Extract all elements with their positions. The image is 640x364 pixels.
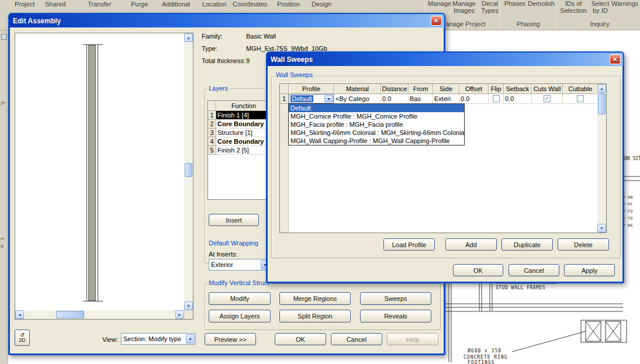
scroll-down-glyph: ▼ <box>186 304 191 308</box>
ribbon-button-warnings[interactable]: Warnings <box>610 0 639 7</box>
distance-cell[interactable]: 0.0 <box>381 94 409 104</box>
ribbon-button-purge[interactable]: Purge <box>131 1 148 8</box>
check-icon: ✓ <box>545 96 549 102</box>
ok-button[interactable]: OK <box>275 333 326 345</box>
col-header-setback[interactable]: Setback <box>504 84 532 94</box>
dropdown-option-skirting[interactable]: MGH_Skirting-66mm Colonial : MGH_Skirtin… <box>289 129 464 137</box>
ribbon-button-position[interactable]: Position <box>277 1 300 8</box>
ribbon-button-select-by-id[interactable]: Select by ID <box>589 0 611 14</box>
dropdown-option-wall-capping[interactable]: MGH_Wall Capping-Profile : MGH_Wall Capp… <box>289 137 464 145</box>
layers-row-function[interactable]: Finish 1 [4] <box>216 111 272 120</box>
close-icon[interactable]: ✕ <box>610 54 621 64</box>
preview-vscrollbar[interactable]: ▲ ▼ <box>184 33 193 310</box>
ribbon-button-phases[interactable]: Phases <box>503 0 527 7</box>
dropdown-option-cornice[interactable]: MGH_Cornice Profile : MGH_Cornice Profil… <box>289 112 464 120</box>
edit-assembly-title-bar[interactable]: Edit Assembly ✕ <box>9 14 444 27</box>
close-icon[interactable]: ✕ <box>431 16 442 26</box>
reveals-button-label: Reveals <box>384 313 407 320</box>
layers-row-function[interactable]: Structure [1] <box>216 129 272 137</box>
scroll-up-icon[interactable]: ▲ <box>184 33 193 42</box>
setback-cell[interactable]: 0.0 <box>504 94 532 104</box>
col-header-flip[interactable]: Flip <box>489 84 504 94</box>
ribbon-button-design[interactable]: Design <box>312 1 331 8</box>
profile-combobox[interactable]: Default ▼ <box>289 94 334 103</box>
help-button[interactable]: Help <box>387 333 438 345</box>
scroll-up-icon[interactable]: ▲ <box>597 84 606 93</box>
vscroll-thumb[interactable] <box>598 93 606 115</box>
ws-apply-button[interactable]: Apply <box>564 264 615 276</box>
preview-toggle-label: Preview >> <box>214 336 246 343</box>
layers-row-function[interactable]: Core Boundary <box>216 120 272 129</box>
sweeps-button[interactable]: Sweeps <box>360 292 431 305</box>
ribbon-button-additional[interactable]: Additional <box>162 1 190 8</box>
cuts-wall-cell[interactable]: ✓ <box>532 94 563 104</box>
ribbon-button-demolish[interactable]: Demolish <box>526 0 556 7</box>
scroll-left-icon[interactable]: ◄ <box>15 310 24 319</box>
ribbon-button-shared[interactable]: Shared <box>45 1 65 8</box>
ribbon-button-location[interactable]: Location <box>202 1 227 8</box>
ws-ok-button[interactable]: OK <box>453 264 503 276</box>
col-header-from[interactable]: From <box>409 84 433 94</box>
chevron-down-icon[interactable]: ▼ <box>324 95 333 102</box>
merge-regions-button[interactable]: Merge Regions <box>279 292 351 305</box>
side-cell[interactable]: Exteri <box>433 94 459 104</box>
vscroll-thumb[interactable] <box>185 163 192 177</box>
col-header-side[interactable]: Side <box>433 84 459 94</box>
col-header-distance[interactable]: Distance <box>381 84 409 94</box>
offset-cell[interactable]: 0.0 <box>459 94 489 104</box>
col-header-offset[interactable]: Offset <box>459 84 489 94</box>
at-inserts-select[interactable]: Exterior ▼ <box>209 259 271 271</box>
split-region-button[interactable]: Split Region <box>279 310 351 323</box>
cuts-wall-checkbox[interactable]: ✓ <box>544 95 551 102</box>
add-button[interactable]: Add <box>445 238 497 251</box>
layers-row-num: 3 <box>208 129 216 137</box>
hscroll-thumb[interactable] <box>56 311 84 318</box>
ribbon-button-project[interactable]: Project <box>15 1 34 8</box>
cuttable-cell[interactable] <box>563 94 599 104</box>
flip-cell[interactable] <box>489 94 504 104</box>
dropdown-option-default[interactable]: Default <box>289 104 464 112</box>
ribbon-button-decal-types[interactable]: Decal Types <box>478 0 501 14</box>
preview-2d-button[interactable]: ↺ 2D <box>15 330 30 346</box>
ribbon-button-transfer[interactable]: Transfer <box>88 1 112 8</box>
scroll-down-icon[interactable]: ▼ <box>597 224 606 233</box>
wall-preview-pane[interactable]: ▲ ▼ ◄ ► <box>15 33 193 320</box>
dropdown-option-facia[interactable]: MGH_Facia profile : MGH_Facia profile <box>289 120 464 129</box>
layers-row-function[interactable]: Finish 2 [5] <box>216 146 272 155</box>
scroll-down-icon[interactable]: ▼ <box>184 301 193 310</box>
cancel-button[interactable]: Cancel <box>331 333 382 345</box>
chevron-down-icon[interactable]: ▼ <box>186 334 195 344</box>
col-header-cuts-wall[interactable]: Cuts Wall <box>532 84 563 94</box>
modify-button[interactable]: Modify <box>209 292 271 305</box>
flip-checkbox[interactable] <box>493 95 500 102</box>
col-header-cuttable[interactable]: Cuttable <box>563 84 599 94</box>
sweeps-table-vscrollbar[interactable]: ▲ ▼ <box>597 84 606 233</box>
from-cell[interactable]: Bas <box>409 94 433 104</box>
ribbon-button-ids-of-selection[interactable]: IDs of Selection <box>559 0 588 14</box>
preview-toggle-button[interactable]: Preview >> <box>205 333 256 345</box>
col-header-profile[interactable]: Profile <box>289 84 334 94</box>
col-header-material[interactable]: Material <box>334 84 381 94</box>
view-select[interactable]: Section: Modify type ▼ <box>121 333 196 345</box>
cuttable-checkbox[interactable] <box>577 95 584 102</box>
insert-button[interactable]: Insert <box>209 214 259 226</box>
profile-cell[interactable]: Default ▼ <box>289 94 334 104</box>
clipped-text: B <box>1 244 4 249</box>
load-profile-button[interactable]: Load Profile <box>383 238 435 251</box>
ribbon-button-manage-images[interactable]: Manage Images <box>451 0 478 14</box>
wall-sweeps-title-bar[interactable]: Wall Sweeps ✕ <box>267 53 623 66</box>
ws-cancel-button[interactable]: Cancel <box>508 264 559 276</box>
row-header-strip <box>280 105 289 233</box>
assign-layers-label: Assign Layers <box>219 313 260 320</box>
reveals-button[interactable]: Reveals <box>360 310 431 323</box>
delete-button[interactable]: Delete <box>558 238 609 251</box>
material-cell[interactable]: <By Catego <box>334 94 381 104</box>
ribbon-button-manage[interactable]: Manage <box>426 0 453 7</box>
layers-row-function[interactable]: Core Boundary <box>216 137 272 146</box>
scroll-right-icon[interactable]: ► <box>175 310 184 319</box>
ribbon-panel-inquiry: Inquiry <box>582 20 617 27</box>
duplicate-button[interactable]: Duplicate <box>501 238 553 251</box>
assign-layers-button[interactable]: Assign Layers <box>209 310 271 323</box>
preview-hscrollbar[interactable]: ◄ ► <box>15 310 184 319</box>
ribbon-button-coordinates[interactable]: Coordinates <box>233 1 267 8</box>
